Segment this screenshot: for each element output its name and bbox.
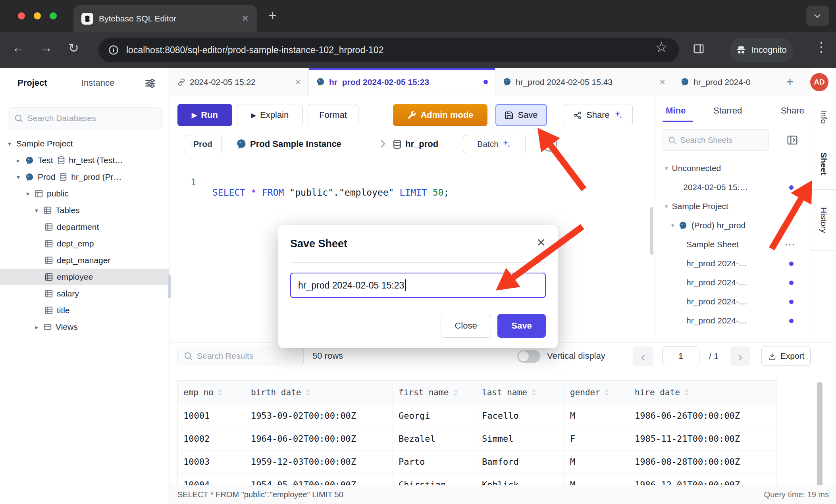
sheet-group-project[interactable]: ▾ Sample Project (655, 197, 811, 216)
close-tab-icon[interactable]: ✕ (295, 77, 301, 87)
prev-page-button[interactable]: ‹ (633, 346, 653, 366)
close-tab-icon[interactable]: ✕ (659, 77, 666, 87)
side-tab-info[interactable]: Info (811, 96, 836, 138)
tree-item-project[interactable]: ▾ Sample Project (0, 135, 169, 152)
tree-item-instance-test[interactable]: ▸ Test hr_test (Test… (0, 152, 169, 169)
sheet-item[interactable]: hr_prod 2024-… (655, 273, 811, 292)
sheet-search[interactable] (663, 129, 769, 151)
sheet-item[interactable]: Sample Sheet ⋯ (655, 235, 811, 254)
tab-project[interactable]: Project (17, 78, 47, 88)
run-button[interactable]: ▶ Run (177, 104, 232, 126)
sheet-tab-truncated[interactable]: hr_prod 2024-0 (673, 68, 780, 96)
side-tab-history[interactable]: History (811, 190, 836, 251)
help-icon[interactable] (542, 137, 557, 152)
export-button[interactable]: Export (761, 346, 811, 366)
sort-icon[interactable] (452, 389, 459, 396)
sql-editor-line[interactable]: 1 SELECT*FROM"public"."employee"LIMIT50; (0, 167, 33, 181)
tree-item-views-group[interactable]: ▸ Views (0, 319, 169, 335)
window-zoom-button[interactable] (50, 12, 57, 19)
chevron-right-icon[interactable]: ▸ (15, 157, 21, 164)
close-icon[interactable]: ✕ (537, 236, 546, 249)
sheet-item[interactable]: hr_prod 2024-… (655, 254, 811, 273)
panel-resize-handle[interactable] (168, 275, 171, 298)
tab-starred[interactable]: Starred (713, 106, 742, 116)
batch-button[interactable]: Batch (463, 135, 526, 153)
database-search[interactable] (8, 107, 162, 129)
database-search-input[interactable] (27, 113, 156, 123)
environment-badge[interactable]: Prod (184, 135, 222, 153)
forward-button[interactable]: → (40, 40, 52, 55)
reload-button[interactable]: ↻ (68, 40, 79, 56)
sheet-group-database[interactable]: ▾ (Prod) hr_prod (655, 216, 811, 235)
tab-instance[interactable]: Instance (81, 78, 114, 88)
tab-mine[interactable]: Mine (666, 106, 686, 116)
tree-item-table-department[interactable]: department (0, 219, 169, 235)
collapse-panel-icon[interactable] (786, 134, 798, 146)
column-header-birth_date[interactable]: birth_date (245, 381, 393, 404)
breadcrumb-instance[interactable]: Prod Sample Instance (236, 135, 341, 153)
user-avatar[interactable]: AD (810, 73, 828, 91)
more-options-icon[interactable]: ⋯ (785, 239, 795, 251)
next-page-button[interactable]: › (730, 346, 750, 366)
sheet-name-input[interactable]: hr_prod 2024-02-05 15:23 (290, 273, 546, 298)
editor-scrollbar[interactable] (650, 207, 653, 255)
share-button[interactable]: Share (564, 104, 633, 126)
sheet-item[interactable]: hr_prod 2024-… (655, 292, 811, 311)
admin-mode-button[interactable]: Admin mode (393, 104, 487, 126)
tab-search-chevron-icon[interactable] (806, 6, 829, 26)
format-button[interactable]: Format (308, 104, 358, 126)
sort-icon[interactable] (217, 389, 224, 396)
sort-icon[interactable] (603, 389, 611, 396)
new-sheet-button[interactable]: + (780, 68, 799, 96)
column-header-last_name[interactable]: last_name (476, 381, 564, 404)
address-bar[interactable]: localhost:8080/sql-editor/prod-sample-in… (98, 38, 679, 62)
sort-icon[interactable] (530, 389, 537, 396)
results-search-input[interactable] (197, 351, 298, 361)
explain-button[interactable]: ▶ Explain (237, 104, 303, 126)
browser-menu-icon[interactable]: ⋮ (815, 39, 828, 55)
chevron-down-icon[interactable]: ▾ (665, 165, 668, 172)
dialog-close-button[interactable]: Close (441, 314, 491, 338)
column-header-hire_date[interactable]: hire_date (629, 381, 776, 404)
vertical-display-toggle[interactable] (517, 350, 540, 363)
sort-icon[interactable] (304, 389, 311, 396)
browser-tab[interactable]: Bytebase SQL Editor ✕ (73, 5, 257, 32)
chevron-down-icon[interactable]: ▾ (671, 222, 674, 229)
new-tab-button[interactable]: + (268, 7, 277, 24)
window-minimize-button[interactable] (34, 12, 41, 19)
sort-icon[interactable] (683, 389, 690, 396)
tree-item-table-dept_manager[interactable]: dept_manager (0, 252, 169, 269)
column-header-gender[interactable]: gender (564, 381, 629, 404)
tree-item-table-title[interactable]: title (0, 302, 169, 319)
chevron-down-icon[interactable]: ▾ (33, 207, 40, 214)
site-info-icon[interactable] (108, 44, 119, 56)
bookmark-star-icon[interactable]: ☆ (655, 39, 668, 56)
chevron-down-icon[interactable]: ▾ (6, 140, 13, 148)
save-button[interactable]: Save (495, 104, 547, 126)
sheet-tab-unsaved[interactable]: 2024-02-05 15:22 ✕ (170, 68, 309, 96)
sheet-item[interactable]: 2024-02-05 15:… (655, 178, 811, 197)
window-close-button[interactable] (18, 12, 25, 19)
column-header-emp_no[interactable]: emp_no (178, 381, 245, 404)
browser-tab-close-icon[interactable]: ✕ (242, 13, 249, 24)
chevron-right-icon[interactable]: ▸ (33, 323, 40, 331)
results-search[interactable] (177, 346, 304, 366)
column-header-first_name[interactable]: first_name (393, 381, 476, 404)
dialog-save-button[interactable]: Save (497, 314, 546, 338)
side-panel-icon[interactable] (693, 43, 705, 55)
side-tab-sheet[interactable]: Sheet (811, 138, 836, 190)
chevron-down-icon[interactable]: ▾ (665, 203, 668, 210)
tree-item-tables-group[interactable]: ▾ Tables (0, 202, 169, 219)
tree-item-table-employee[interactable]: employee (0, 269, 169, 285)
filter-sliders-icon[interactable] (144, 77, 156, 90)
sheet-item[interactable]: hr_prod 2024-… (655, 311, 811, 330)
breadcrumb-database[interactable]: hr_prod (392, 135, 438, 153)
sheet-group-unconnected[interactable]: ▾ Unconnected (655, 159, 811, 178)
sheet-search-input[interactable] (680, 136, 764, 145)
sheet-tab[interactable]: hr_prod 2024-02-05 15:43 ✕ (495, 68, 673, 96)
tree-item-table-dept_emp[interactable]: dept_emp (0, 235, 169, 252)
back-button[interactable]: ← (12, 40, 25, 55)
page-number-input[interactable] (662, 346, 699, 366)
tree-item-table-salary[interactable]: salary (0, 285, 169, 302)
tab-share[interactable]: Share (781, 106, 804, 116)
